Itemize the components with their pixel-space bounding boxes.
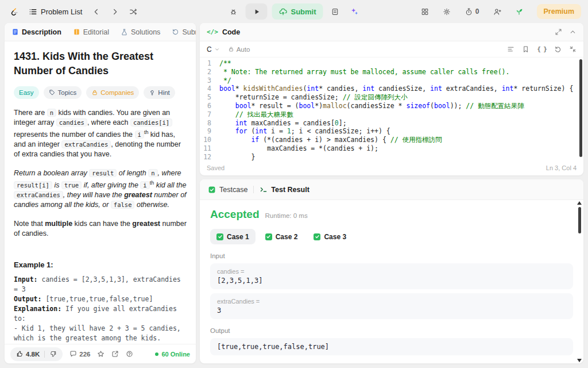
chevron-down-icon — [214, 47, 220, 52]
code-line[interactable]: 6 bool* result = (bool*)malloc(candiesSi… — [200, 102, 583, 110]
play-icon — [253, 8, 260, 16]
topics-badge[interactable]: Topics — [44, 86, 82, 99]
code-line[interactable]: 8 int maxCandies = candies[0]; — [200, 119, 583, 128]
debugger-button[interactable] — [226, 3, 241, 20]
input-field-extracandies[interactable]: extraCandies = 3 — [210, 293, 573, 319]
leetcode-logo[interactable] — [7, 3, 22, 20]
tab-divider — [253, 186, 254, 193]
run-button[interactable] — [245, 3, 267, 20]
code-line[interactable]: 1/** — [200, 59, 583, 68]
streak-button[interactable] — [512, 3, 527, 20]
save-status: Saved — [207, 164, 225, 171]
comments-button[interactable]: 226 — [69, 350, 90, 358]
code-line[interactable]: 7 // 找出最大糖果數 — [200, 110, 583, 119]
test-result-content: Accepted Runtime: 0 ms Case 1 — [200, 200, 583, 363]
lightbulb-icon — [149, 89, 156, 96]
submissions-icon — [172, 28, 179, 36]
collapse-panel-button[interactable] — [569, 28, 577, 36]
line-number: 8 — [200, 119, 219, 128]
prev-problem-button[interactable] — [89, 3, 104, 20]
companies-badge[interactable]: Companies — [86, 86, 139, 99]
example-line: - Kid 1, they will have 2 + 3 = 5 candie… — [14, 324, 187, 343]
notes-icon — [331, 7, 339, 16]
tab-testcase[interactable]: Testcase — [208, 186, 247, 194]
notes-button[interactable] — [328, 3, 343, 20]
scroll-down-arrow-icon[interactable] — [577, 359, 582, 362]
result-scrollbar[interactable] — [577, 201, 582, 362]
layout-button[interactable] — [417, 3, 432, 20]
settings-button[interactable] — [439, 3, 454, 20]
shuffle-button[interactable] — [126, 3, 141, 20]
topics-badge-label: Topics — [58, 89, 77, 96]
problem-list-button[interactable]: Problem List — [25, 3, 86, 20]
invite-button[interactable] — [490, 3, 505, 20]
like-button[interactable]: 4.8K — [16, 350, 40, 358]
verdict-label: Accepted — [210, 208, 260, 221]
tab-test-result[interactable]: Test Result — [260, 186, 309, 194]
code-line[interactable]: 12 } — [200, 153, 583, 160]
maximize-button[interactable] — [555, 28, 562, 36]
tab-description-label: Description — [22, 28, 61, 36]
code-line[interactable]: 9 for (int i = 1; i < candiesSize; i++) … — [200, 127, 583, 136]
share-button[interactable] — [111, 350, 119, 358]
main-area: Description Editorial Solutions — [0, 23, 588, 368]
case-check-icon — [314, 233, 320, 240]
ai-assistant-button[interactable] — [347, 3, 362, 20]
code-line[interactable]: 4bool* kidsWithCandies(int* candies, int… — [200, 85, 583, 93]
editor-scrollbar[interactable] — [579, 59, 582, 157]
tab-description[interactable]: Description — [10, 28, 63, 36]
hint-badge[interactable]: Hint — [144, 86, 175, 99]
topbar-right: 0 Premium — [417, 3, 581, 20]
language-select[interactable]: C — [207, 45, 220, 53]
difficulty-badge[interactable]: Easy — [14, 86, 39, 99]
case-3-chip[interactable]: Case 3 — [307, 229, 353, 244]
problem-list-icon — [29, 7, 37, 16]
online-count: 60 Online — [161, 351, 190, 358]
leetcode-logo-icon — [10, 6, 18, 17]
editor-toolbar: C Auto { } — [200, 41, 583, 57]
minimize-editor-button[interactable] — [569, 45, 577, 53]
code-line[interactable]: 5 *returnSize = candiesSize; // 設定回傳陣列大小 — [200, 93, 583, 102]
gear-icon — [443, 7, 451, 16]
output-field[interactable]: [true,true,true,false,true] — [210, 338, 573, 355]
case-1-chip[interactable]: Case 1 — [210, 229, 256, 244]
bookmark-button[interactable] — [522, 45, 529, 53]
auto-mode[interactable]: Auto — [228, 46, 250, 53]
tab-editorial-label: Editorial — [83, 28, 109, 36]
thumbs-up-icon — [16, 350, 24, 358]
dislike-button[interactable] — [49, 350, 57, 358]
input-field-candies[interactable]: candies = [2,3,5,1,3] — [210, 263, 573, 289]
case-2-chip[interactable]: Case 2 — [259, 229, 304, 244]
code-line[interactable]: 3 */ — [200, 76, 583, 85]
line-number: 12 — [200, 153, 219, 160]
problem-title: 1431. Kids With the Greatest Number of C… — [14, 49, 187, 78]
next-problem-button[interactable] — [107, 3, 122, 20]
tab-submissions[interactable]: Submissions — [171, 28, 196, 36]
premium-button[interactable]: Premium — [537, 4, 582, 19]
submit-button[interactable]: Submit — [272, 3, 323, 20]
favorite-button[interactable] — [97, 350, 105, 358]
layout-grid-icon — [421, 7, 429, 16]
code-editor[interactable]: 1/**2 * Note: The returned array must be… — [200, 57, 583, 160]
description-footer: 4.8K 226 — [5, 344, 196, 363]
scrollbar-thumb[interactable] — [578, 207, 581, 233]
tab-solutions[interactable]: Solutions — [119, 28, 161, 36]
case-row: Case 1 Case 2 Case 3 — [210, 229, 573, 244]
reset-code-button[interactable] — [554, 45, 562, 53]
comment-icon — [69, 350, 77, 358]
lock-icon — [228, 46, 234, 52]
line-number: 3 — [200, 76, 219, 85]
scroll-up-arrow-icon[interactable] — [577, 201, 582, 205]
help-button[interactable] — [126, 350, 133, 358]
testcase-panel: Testcase Test Result Accepted Runtime: 0… — [200, 179, 583, 363]
companies-badge-label: Companies — [100, 89, 134, 96]
format-button[interactable] — [507, 45, 514, 53]
problem-paragraph: Note that multiple kids can have the gre… — [14, 219, 187, 239]
code-line[interactable]: 11 maxCandies = *(candies + i); — [200, 144, 583, 153]
bracket-match-button[interactable]: { } — [537, 45, 547, 53]
checkbox-icon — [208, 186, 216, 194]
code-line[interactable]: 2 * Note: The returned array must be mal… — [200, 68, 583, 76]
timer-button[interactable]: 0 — [461, 3, 483, 20]
code-line[interactable]: 10 if (*(candies + i) > maxCandies) { //… — [200, 136, 583, 144]
tab-editorial[interactable]: Editorial — [72, 28, 110, 36]
